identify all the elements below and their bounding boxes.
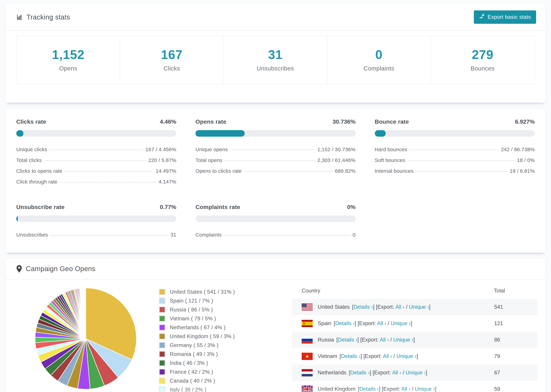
rate-row-value: 167 / 4.456% — [145, 147, 176, 152]
stat-label: Opens — [18, 65, 118, 72]
country-total: 121 — [494, 320, 537, 327]
rate-row: Total opens2,303 / 61.446% — [195, 155, 355, 166]
rate-head: Clicks rate4.46% — [16, 118, 176, 125]
legend-label: Canada ( 40 / 2% ) — [170, 378, 215, 384]
rate-value: 4.46% — [160, 118, 176, 125]
geo-table: Country Total United States[Details ›] [… — [292, 283, 537, 392]
rate-row-value: 1,152 / 30.736% — [318, 147, 356, 152]
legend-label: Italy ( 36 / 2% ) — [170, 387, 206, 392]
rate-row-label: Total clicks — [16, 157, 42, 163]
stat-label: Clicks — [122, 65, 222, 72]
geo-table-header: Country Total — [292, 283, 537, 299]
rate-row: Unique clicks167 / 4.456% — [16, 144, 176, 155]
dotted-leader — [407, 161, 515, 161]
export-unique-link-russia[interactable]: Unique › — [393, 337, 413, 343]
legend-label: Germany ( 55 / 3% ) — [170, 342, 219, 348]
export-unique-link-netherlands[interactable]: Unique › — [406, 370, 426, 376]
flag-icon-nl — [302, 369, 313, 377]
legend-swatch-color — [160, 334, 165, 339]
export-unique-link-united-kingdom[interactable]: Unique › — [415, 386, 435, 392]
geo-table-body: United States[Details ›] [Export: All › … — [292, 299, 537, 392]
rate-row-label: Complaints — [195, 232, 222, 238]
stat-cell-unsubscribes: 31Unsubscribes — [224, 36, 327, 84]
page-title: Tracking stats — [27, 13, 70, 21]
tracking-stats-header: Tracking stats Export basic stats — [5, 4, 546, 31]
rate-row: Click through rate4.147% — [16, 176, 176, 187]
export-unique-link-spain[interactable]: Unique › — [391, 320, 411, 326]
total-column-header: Total — [494, 288, 537, 294]
rate-row: Internal bounces19 / 6.81% — [375, 166, 535, 176]
details-link-russia[interactable]: Details › — [338, 337, 357, 343]
details-link-vietnam[interactable]: Details › — [341, 353, 360, 359]
legend-swatch — [159, 289, 165, 295]
export-icon — [479, 14, 485, 21]
legend-label: United States ( 541 / 31% ) — [170, 289, 235, 295]
pie-slice-65[interactable] — [85, 288, 86, 339]
rate-row-value: 4.147% — [159, 179, 177, 185]
legend-label: Russia ( 86 / 5% ) — [170, 307, 213, 313]
export-all-link-russia[interactable]: All › — [380, 337, 389, 343]
legend-swatch-color — [160, 352, 165, 357]
rate-progressbar — [16, 216, 176, 222]
rate-row: Unique opens1,152 / 30.736% — [195, 144, 355, 155]
rate-block-unsubscribe-rate: Unsubscribe rate0.77%Unsubscribes31 — [16, 204, 176, 240]
flag-icon-gb — [302, 385, 313, 392]
export-unique-link-united-states[interactable]: Unique › — [409, 304, 429, 310]
table-row-united-kingdom: United Kingdom[Details ›] [Export: All ›… — [292, 381, 537, 392]
rate-rows: Unique clicks167 / 4.456%Total clicks220… — [16, 144, 176, 187]
rate-progressbar-fill — [16, 130, 23, 137]
geo-section-title: Campaign Geo Opens — [26, 265, 95, 273]
details-link-united-kingdom[interactable]: Details › — [359, 386, 379, 392]
table-row-netherlands: Netherlands[Details ›] [Export: All › / … — [292, 364, 537, 381]
legend-item-france: France ( 42 / 2% ) — [159, 369, 279, 375]
rate-row-value: 220 / 5.87% — [148, 157, 176, 163]
details-link-united-states[interactable]: Details › — [353, 304, 373, 310]
legend-swatch-color — [160, 387, 165, 392]
flag-icon-vn — [302, 353, 313, 360]
rate-row-label: Internal bounces — [375, 168, 414, 174]
rate-row-value: 19 / 6.81% — [510, 168, 535, 174]
export-all-link-netherlands[interactable]: All › — [392, 370, 401, 376]
table-row-spain: Spain[Details ›] [Export: All › / Unique… — [292, 315, 537, 332]
stat-label: Unsubscribes — [225, 65, 325, 72]
country-cell: Netherlands[Details ›] [Export: All › / … — [292, 369, 494, 377]
legend-swatch-color — [160, 298, 165, 303]
export-all-link-spain[interactable]: All › — [377, 320, 386, 326]
rate-value: 6.927% — [515, 118, 535, 125]
legend-swatch — [159, 342, 165, 348]
legend-label: Vietnam ( 79 / 5% ) — [170, 315, 216, 322]
stat-cell-bounces: 279Bounces — [431, 36, 534, 84]
stat-value: 0 — [329, 47, 429, 62]
legend-label: India ( 46 / 3% ) — [170, 360, 208, 366]
export-unique-link-vietnam[interactable]: Unique › — [396, 353, 417, 359]
rates-grid: Clicks rate4.46%Unique clicks167 / 4.456… — [5, 108, 546, 253]
export-basic-stats-button[interactable]: Export basic stats — [474, 10, 536, 24]
legend-item-romania: Romania ( 49 / 3% ) — [159, 351, 279, 357]
country-cell: Spain[Details ›] [Export: All › / Unique… — [292, 320, 494, 327]
legend-item-spain: Spain ( 121 / 7% ) — [159, 298, 279, 304]
geo-title-wrap: Campaign Geo Opens — [16, 265, 95, 273]
legend-item-canada: Canada ( 40 / 2% ) — [159, 378, 279, 384]
legend-item-united-states: United States ( 541 / 31% ) — [159, 289, 279, 295]
legend-label: Spain ( 121 / 7% ) — [170, 298, 213, 304]
country-cell: United States[Details ›] [Export: All › … — [292, 303, 494, 311]
country-name: Netherlands — [318, 370, 346, 376]
details-link-netherlands[interactable]: Details › — [350, 370, 370, 376]
rate-row: Opens to clicks rate689.82% — [195, 166, 355, 176]
export-all-link-vietnam[interactable]: All › — [383, 353, 392, 359]
legend-swatch-color — [160, 361, 165, 365]
rate-progressbar — [195, 216, 355, 222]
rate-title: Unsubscribe rate — [16, 204, 65, 210]
rate-title: Opens rate — [195, 118, 226, 125]
geo-pie-legend: United States ( 541 / 31% )Spain ( 121 /… — [159, 289, 279, 392]
export-all-link-united-kingdom[interactable]: All › — [401, 386, 410, 392]
rate-progressbar-fill — [195, 130, 245, 137]
legend-swatch — [159, 360, 165, 366]
tracking-stats-card: Tracking stats Export basic stats 1,152O… — [5, 4, 546, 103]
export-all-link-united-states[interactable]: All › — [395, 304, 404, 310]
rate-row-value: 0 — [353, 232, 356, 238]
details-link-spain[interactable]: Details › — [335, 320, 355, 326]
dotted-leader — [230, 150, 315, 150]
country-name: Russia — [318, 337, 334, 343]
legend-swatch — [159, 307, 165, 313]
